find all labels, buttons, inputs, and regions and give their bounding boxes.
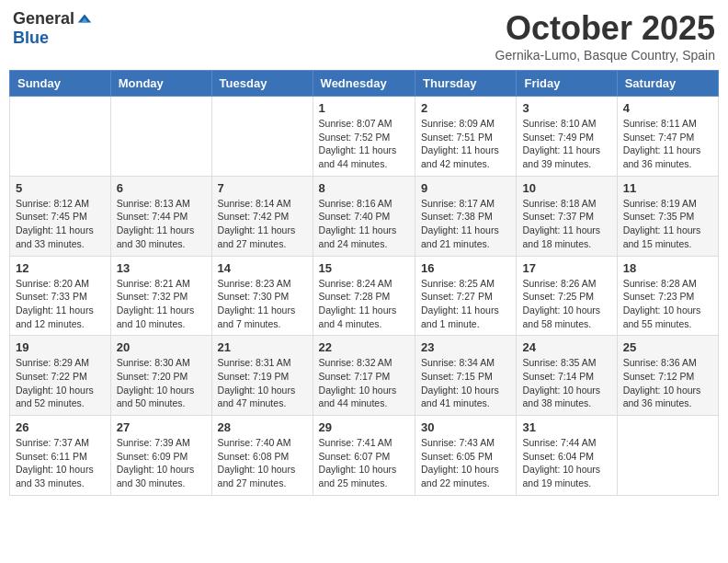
column-header-saturday: Saturday (617, 71, 718, 97)
calendar-cell: 2Sunrise: 8:09 AM Sunset: 7:51 PM Daylig… (415, 97, 517, 177)
calendar-cell: 20Sunrise: 8:30 AM Sunset: 7:20 PM Dayli… (110, 336, 211, 416)
calendar-cell: 10Sunrise: 8:18 AM Sunset: 7:37 PM Dayli… (517, 176, 617, 256)
calendar-cell (110, 97, 211, 177)
day-info: Sunrise: 8:09 AM Sunset: 7:51 PM Dayligh… (421, 117, 510, 171)
calendar-cell: 31Sunrise: 7:44 AM Sunset: 6:04 PM Dayli… (517, 416, 617, 496)
day-info: Sunrise: 8:07 AM Sunset: 7:52 PM Dayligh… (319, 117, 409, 171)
calendar-cell: 15Sunrise: 8:24 AM Sunset: 7:28 PM Dayli… (313, 256, 415, 336)
day-info: Sunrise: 7:44 AM Sunset: 6:04 PM Dayligh… (522, 436, 610, 490)
day-number: 29 (319, 420, 409, 434)
day-number: 11 (623, 181, 712, 195)
month-title: October 2025 (495, 9, 715, 48)
day-number: 6 (117, 181, 206, 195)
day-number: 26 (16, 420, 105, 434)
calendar-cell: 18Sunrise: 8:28 AM Sunset: 7:23 PM Dayli… (617, 256, 718, 336)
day-number: 8 (319, 181, 409, 195)
day-number: 10 (522, 181, 610, 195)
calendar-cell: 16Sunrise: 8:25 AM Sunset: 7:27 PM Dayli… (415, 256, 517, 336)
day-info: Sunrise: 7:40 AM Sunset: 6:08 PM Dayligh… (218, 436, 307, 490)
column-header-thursday: Thursday (415, 71, 517, 97)
day-number: 5 (16, 181, 105, 195)
day-info: Sunrise: 7:39 AM Sunset: 6:09 PM Dayligh… (117, 436, 206, 490)
day-number: 27 (117, 420, 206, 434)
day-number: 18 (623, 261, 712, 275)
logo: General Blue (13, 9, 93, 48)
day-info: Sunrise: 8:12 AM Sunset: 7:45 PM Dayligh… (16, 197, 105, 251)
calendar-week-3: 12Sunrise: 8:20 AM Sunset: 7:33 PM Dayli… (10, 256, 719, 336)
calendar-cell: 29Sunrise: 7:41 AM Sunset: 6:07 PM Dayli… (313, 416, 415, 496)
calendar-cell: 22Sunrise: 8:32 AM Sunset: 7:17 PM Dayli… (313, 336, 415, 416)
column-header-wednesday: Wednesday (313, 71, 415, 97)
day-info: Sunrise: 8:18 AM Sunset: 7:37 PM Dayligh… (522, 197, 610, 251)
calendar-week-1: 1Sunrise: 8:07 AM Sunset: 7:52 PM Daylig… (10, 97, 719, 177)
calendar-cell (10, 97, 111, 177)
calendar-cell: 26Sunrise: 7:37 AM Sunset: 6:11 PM Dayli… (10, 416, 111, 496)
day-info: Sunrise: 8:20 AM Sunset: 7:33 PM Dayligh… (16, 277, 105, 331)
day-info: Sunrise: 8:34 AM Sunset: 7:15 PM Dayligh… (421, 356, 510, 410)
day-info: Sunrise: 8:24 AM Sunset: 7:28 PM Dayligh… (319, 277, 409, 331)
day-info: Sunrise: 8:25 AM Sunset: 7:27 PM Dayligh… (421, 277, 510, 331)
calendar-cell: 28Sunrise: 7:40 AM Sunset: 6:08 PM Dayli… (211, 416, 313, 496)
day-info: Sunrise: 8:30 AM Sunset: 7:20 PM Dayligh… (117, 356, 206, 410)
column-header-sunday: Sunday (10, 71, 111, 97)
calendar-cell: 13Sunrise: 8:21 AM Sunset: 7:32 PM Dayli… (110, 256, 211, 336)
day-info: Sunrise: 8:29 AM Sunset: 7:22 PM Dayligh… (16, 356, 105, 410)
calendar-cell: 25Sunrise: 8:36 AM Sunset: 7:12 PM Dayli… (617, 336, 718, 416)
calendar-header-row: SundayMondayTuesdayWednesdayThursdayFrid… (10, 71, 719, 97)
calendar-cell: 21Sunrise: 8:31 AM Sunset: 7:19 PM Dayli… (211, 336, 313, 416)
day-number: 20 (117, 340, 206, 354)
day-info: Sunrise: 8:31 AM Sunset: 7:19 PM Dayligh… (218, 356, 307, 410)
day-number: 3 (522, 101, 610, 115)
day-number: 4 (623, 101, 712, 115)
calendar-cell: 12Sunrise: 8:20 AM Sunset: 7:33 PM Dayli… (10, 256, 111, 336)
calendar-cell: 7Sunrise: 8:14 AM Sunset: 7:42 PM Daylig… (211, 176, 313, 256)
calendar-table: SundayMondayTuesdayWednesdayThursdayFrid… (9, 70, 719, 496)
day-number: 16 (421, 261, 510, 275)
day-info: Sunrise: 8:28 AM Sunset: 7:23 PM Dayligh… (623, 277, 712, 331)
page-header: General Blue October 2025 Gernika-Lumo, … (9, 9, 719, 63)
day-number: 28 (218, 420, 307, 434)
day-info: Sunrise: 8:36 AM Sunset: 7:12 PM Dayligh… (623, 356, 712, 410)
column-header-tuesday: Tuesday (211, 71, 313, 97)
calendar-cell: 5Sunrise: 8:12 AM Sunset: 7:45 PM Daylig… (10, 176, 111, 256)
day-info: Sunrise: 7:43 AM Sunset: 6:05 PM Dayligh… (421, 436, 510, 490)
day-number: 7 (218, 181, 307, 195)
day-info: Sunrise: 8:35 AM Sunset: 7:14 PM Dayligh… (522, 356, 610, 410)
calendar-cell: 30Sunrise: 7:43 AM Sunset: 6:05 PM Dayli… (415, 416, 517, 496)
day-number: 23 (421, 340, 510, 354)
calendar-cell: 14Sunrise: 8:23 AM Sunset: 7:30 PM Dayli… (211, 256, 313, 336)
calendar-cell: 24Sunrise: 8:35 AM Sunset: 7:14 PM Dayli… (517, 336, 617, 416)
calendar-cell: 17Sunrise: 8:26 AM Sunset: 7:25 PM Dayli… (517, 256, 617, 336)
calendar-cell: 19Sunrise: 8:29 AM Sunset: 7:22 PM Dayli… (10, 336, 111, 416)
day-number: 15 (319, 261, 409, 275)
calendar-cell: 3Sunrise: 8:10 AM Sunset: 7:49 PM Daylig… (517, 97, 617, 177)
title-area: October 2025 Gernika-Lumo, Basque Countr… (495, 9, 715, 63)
calendar-cell: 4Sunrise: 8:11 AM Sunset: 7:47 PM Daylig… (617, 97, 718, 177)
calendar-week-4: 19Sunrise: 8:29 AM Sunset: 7:22 PM Dayli… (10, 336, 719, 416)
calendar-cell: 9Sunrise: 8:17 AM Sunset: 7:38 PM Daylig… (415, 176, 517, 256)
day-info: Sunrise: 8:10 AM Sunset: 7:49 PM Dayligh… (522, 117, 610, 171)
location-text: Gernika-Lumo, Basque Country, Spain (495, 48, 715, 63)
calendar-cell: 27Sunrise: 7:39 AM Sunset: 6:09 PM Dayli… (110, 416, 211, 496)
calendar-cell (617, 416, 718, 496)
day-info: Sunrise: 8:16 AM Sunset: 7:40 PM Dayligh… (319, 197, 409, 251)
day-number: 14 (218, 261, 307, 275)
logo-blue-text: Blue (13, 29, 49, 48)
calendar-cell: 23Sunrise: 8:34 AM Sunset: 7:15 PM Dayli… (415, 336, 517, 416)
logo-icon (76, 11, 93, 28)
day-info: Sunrise: 8:17 AM Sunset: 7:38 PM Dayligh… (421, 197, 510, 251)
day-number: 25 (623, 340, 712, 354)
day-info: Sunrise: 8:32 AM Sunset: 7:17 PM Dayligh… (319, 356, 409, 410)
day-info: Sunrise: 8:19 AM Sunset: 7:35 PM Dayligh… (623, 197, 712, 251)
calendar-week-2: 5Sunrise: 8:12 AM Sunset: 7:45 PM Daylig… (10, 176, 719, 256)
day-number: 22 (319, 340, 409, 354)
day-info: Sunrise: 7:37 AM Sunset: 6:11 PM Dayligh… (16, 436, 105, 490)
calendar-week-5: 26Sunrise: 7:37 AM Sunset: 6:11 PM Dayli… (10, 416, 719, 496)
day-info: Sunrise: 8:21 AM Sunset: 7:32 PM Dayligh… (117, 277, 206, 331)
calendar-cell: 8Sunrise: 8:16 AM Sunset: 7:40 PM Daylig… (313, 176, 415, 256)
day-number: 9 (421, 181, 510, 195)
calendar-cell: 6Sunrise: 8:13 AM Sunset: 7:44 PM Daylig… (110, 176, 211, 256)
column-header-friday: Friday (517, 71, 617, 97)
day-info: Sunrise: 8:26 AM Sunset: 7:25 PM Dayligh… (522, 277, 610, 331)
column-header-monday: Monday (110, 71, 211, 97)
